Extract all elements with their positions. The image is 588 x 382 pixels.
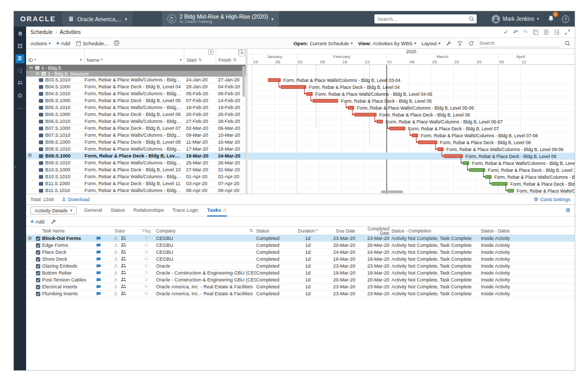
task-comment-icon[interactable] (94, 250, 103, 255)
tab-general[interactable]: General (84, 205, 102, 217)
global-search-input[interactable] (374, 16, 469, 22)
activity-row[interactable]: B06.S.1010Form, Rebar & Place Walls/Colu… (26, 118, 246, 125)
activity-row[interactable]: B11.S.1000Form, Rebar & Place Deck - Bld… (26, 180, 246, 187)
view-select[interactable]: View:Activities by WBS▾ (358, 40, 416, 46)
activity-row[interactable]: B08.S.1010Form, Rebar & Place Walls/Colu… (26, 146, 246, 153)
add-task-button[interactable]: +Add (30, 218, 44, 225)
task-row[interactable]: Bottom Rebar⚠⚐Oracle - Construction & En… (26, 270, 575, 277)
task-check-icon[interactable] (34, 236, 42, 241)
tools-icon[interactable] (446, 40, 452, 46)
export-icon[interactable] (554, 29, 560, 35)
activity-row[interactable]: B07.S.1000Form, Rebar & Place Deck - Bld… (26, 125, 246, 132)
expand-icon[interactable] (565, 29, 570, 35)
sidebar-collapse-icon[interactable]: ‹ (14, 164, 16, 170)
gantt-bar[interactable] (463, 161, 469, 165)
print-icon[interactable] (113, 40, 120, 46)
task-check-icon[interactable] (34, 278, 42, 283)
task-flag-cell[interactable]: ⚐ (137, 250, 156, 255)
column-status[interactable]: Status (256, 228, 296, 234)
gantt-bar[interactable] (281, 85, 306, 89)
activity-row[interactable]: B10.S.1000Form, Rebar & Place Deck - Bld… (26, 167, 246, 173)
gantt-bar[interactable] (306, 92, 313, 96)
layout-menu[interactable]: Layout▾ (421, 40, 440, 46)
column-state[interactable]: State (103, 228, 137, 234)
sort-icon[interactable]: ⇅ (233, 57, 236, 62)
activity-row[interactable]: B11.S.1010Form, Rebar & Place Walls/Colu… (26, 187, 246, 194)
task-comment-icon[interactable] (94, 256, 103, 262)
tab-relationships[interactable]: Relationships (134, 205, 164, 217)
gantt-chart[interactable]: Form, Rebar & Place Walls/Columns - Bldg… (248, 65, 575, 194)
sidebar-item-schedule[interactable] (15, 54, 24, 63)
gantt-bar[interactable] (348, 106, 354, 110)
column-flag[interactable]: Flag (137, 228, 156, 234)
gantt-bar[interactable] (389, 127, 405, 130)
sidebar-item-resources[interactable] (15, 79, 24, 88)
column-header-start[interactable]: 1 Start⇅ (184, 49, 216, 64)
download-link[interactable]: Download (61, 196, 89, 203)
gantt-horizontal-scrollbar[interactable] (381, 190, 403, 193)
column-status-dates[interactable]: Status - Dates (481, 228, 575, 234)
search-icon[interactable] (565, 40, 570, 46)
user-menu[interactable]: Mark Jenkins ▾ (492, 15, 539, 23)
task-check-icon[interactable] (34, 243, 42, 248)
gantt-bar[interactable] (485, 175, 492, 179)
column-completed-date[interactable]: Completed Date (357, 227, 391, 235)
gantt-bar[interactable] (354, 113, 377, 117)
column-header-name[interactable]: Name *▾ (85, 49, 185, 64)
task-comment-icon[interactable] (94, 243, 103, 248)
task-flag-cell[interactable]: ⚐ (137, 263, 156, 269)
activity-row[interactable]: B03.S.1010Form, Rebar & Place Walls/Colu… (26, 77, 246, 84)
gantt-bar[interactable] (444, 154, 463, 158)
task-flag-cell[interactable]: ⚐ (137, 277, 156, 283)
task-row[interactable]: ⚙Block-Out Forms⚠⚐CEGBUCompleted1d23-Mar… (26, 235, 575, 242)
task-flag-cell[interactable]: ⚐ (137, 243, 156, 248)
sidebar-item-more[interactable]: ⋯ (15, 103, 24, 112)
task-comment-icon[interactable] (94, 270, 103, 276)
task-check-icon[interactable] (34, 271, 42, 276)
task-row[interactable]: Glazing Embeds⚠⚐OracleCompleted1d23-Mar-… (26, 263, 575, 270)
customize-icon[interactable] (51, 219, 56, 225)
task-row[interactable]: Place Deck⚠⚐CEGBUCompleted1d24-Mar-2024-… (26, 249, 575, 256)
task-flag-cell[interactable]: ⚐ (137, 236, 156, 241)
actions-menu[interactable]: Actions▾ (30, 40, 51, 46)
help-button[interactable]: ? (562, 15, 569, 23)
tab-tasks[interactable]: Tasks⚠ (207, 205, 227, 217)
gantt-bar[interactable] (377, 120, 383, 123)
open-schedule-select[interactable]: Open:Current Schedule▾ (293, 40, 353, 46)
task-comment-icon[interactable] (94, 284, 103, 289)
search-icon[interactable] (469, 16, 475, 22)
redo-icon[interactable]: ↷ (523, 29, 528, 36)
sidebar-item-home[interactable] (15, 30, 24, 39)
activity-row[interactable]: B09.S.1010Form, Rebar & Place Walls/Colu… (26, 160, 246, 167)
gantt-bar[interactable] (313, 99, 338, 103)
sort-icon[interactable]: ⇅ (198, 57, 202, 62)
breadcrumb-section[interactable]: Schedule (30, 29, 53, 35)
column-duration[interactable]: Duration * (296, 228, 320, 234)
task-comment-icon[interactable] (94, 236, 103, 241)
task-row[interactable]: Plumbing Inserts⚠⚐Oracle America, Inc. -… (26, 290, 575, 297)
workspace-selector[interactable]: Oracle America,... ▾ (63, 11, 133, 27)
task-flag-cell[interactable]: ⚐ (137, 256, 156, 262)
task-row[interactable]: Shore Deck⚠⚐CEGBUCompleted1d19-Mar-2019-… (26, 256, 575, 263)
task-check-icon[interactable] (34, 292, 42, 296)
group-row-bldg-b[interactable]: ⊟4 - Bldg B (26, 65, 246, 71)
task-row[interactable]: Post-Tension Cables⚠⚐Oracle - Constructi… (26, 277, 575, 284)
table-search-input[interactable] (479, 39, 559, 47)
task-check-icon[interactable] (34, 257, 42, 262)
grid-vertical-scrollbar[interactable] (242, 66, 245, 97)
activity-row[interactable]: B05.S.1000Form, Rebar & Place Deck - Bld… (26, 97, 246, 104)
sort-icon[interactable]: ⇅ (249, 228, 256, 233)
activity-row[interactable]: B04.S.1010Form, Rebar & Place Walls/Colu… (26, 90, 246, 97)
collapse-icon[interactable]: ⊟ (29, 65, 33, 70)
gantt-bar[interactable] (508, 189, 514, 193)
report-icon[interactable] (543, 29, 549, 35)
group-row-structure[interactable]: ⊟1 - Bldg B: Structure (26, 71, 246, 77)
column-task-name[interactable]: Task Name (42, 228, 94, 234)
details-selector[interactable]: Activity Details▾ (30, 206, 77, 214)
activity-row[interactable]: B04.S.1000Form, Rebar & Place Deck - Bld… (26, 84, 246, 90)
task-flag-cell[interactable]: ⚐ (137, 270, 156, 276)
task-comment-icon[interactable] (94, 277, 103, 283)
gantt-settings-link[interactable]: ⚙Gantt Settings (534, 196, 570, 202)
gantt-bar[interactable] (412, 134, 418, 137)
task-comment-icon[interactable] (94, 263, 103, 269)
